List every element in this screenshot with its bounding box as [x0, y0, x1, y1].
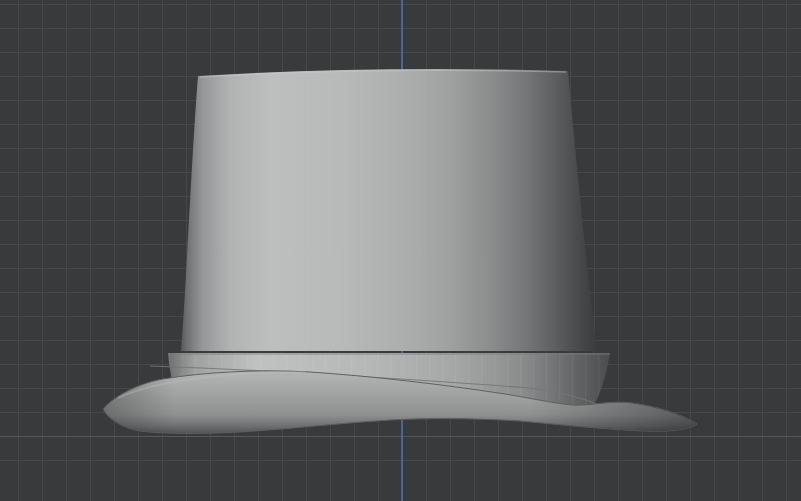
top-hat-model[interactable]: [103, 69, 697, 434]
hat-brim: [103, 371, 697, 434]
hat-crown: [181, 69, 597, 351]
viewport-3d[interactable]: [0, 0, 801, 501]
scene-canvas: [0, 0, 801, 501]
